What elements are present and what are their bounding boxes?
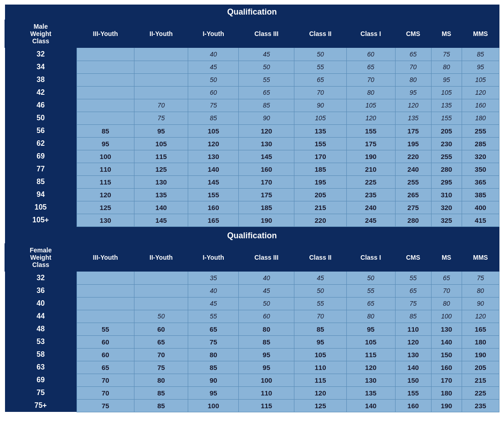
table-row: 105+130145165190220245280325415 xyxy=(5,214,499,226)
data-cell: 55 xyxy=(395,272,431,285)
data-cell: 225 xyxy=(462,386,499,399)
data-cell: 120 xyxy=(395,99,431,112)
data-cell: 85 xyxy=(134,399,188,412)
data-cell: 220 xyxy=(294,214,346,226)
column-header-4: Class II xyxy=(294,244,346,272)
data-cell: 55 xyxy=(77,323,134,335)
column-header-2: I-Youth xyxy=(188,20,239,48)
data-cell: 45 xyxy=(188,61,239,73)
column-header-5: Class I xyxy=(346,20,395,48)
table-row: 38505565708095105 xyxy=(5,73,499,86)
table-row: 77110125140160185210240280350 xyxy=(5,163,499,175)
column-header-7: MS xyxy=(431,20,462,48)
table-row: 6365758595110120140160205 xyxy=(5,361,499,374)
data-cell: 65 xyxy=(395,284,431,297)
data-cell: 110 xyxy=(395,323,431,335)
data-cell: 75 xyxy=(77,399,134,412)
data-cell: 105 xyxy=(134,137,188,150)
weight-value: 105 xyxy=(5,201,77,214)
data-cell: 85 xyxy=(134,386,188,399)
data-cell: 80 xyxy=(431,61,462,73)
data-cell: 95 xyxy=(188,386,239,399)
table-row: 105125140160185215240275320400 xyxy=(5,201,499,214)
data-cell: 105 xyxy=(294,348,346,361)
data-cell: 85 xyxy=(188,112,239,124)
data-cell xyxy=(134,73,188,86)
weight-value: 53 xyxy=(5,335,77,348)
data-cell: 125 xyxy=(294,399,346,412)
data-cell: 265 xyxy=(395,188,431,201)
data-cell: 75 xyxy=(431,48,462,61)
table-row: 3240455060657585 xyxy=(5,48,499,61)
data-cell: 165 xyxy=(462,323,499,335)
data-cell xyxy=(77,297,134,310)
weight-value: 42 xyxy=(5,86,77,99)
weight-value: 77 xyxy=(5,163,77,175)
data-cell: 285 xyxy=(462,137,499,150)
data-cell: 295 xyxy=(431,175,462,188)
column-header-3: Class III xyxy=(239,244,294,272)
data-cell: 190 xyxy=(346,150,395,163)
data-cell: 85 xyxy=(239,335,294,348)
data-cell: 85 xyxy=(294,323,346,335)
data-cell: 320 xyxy=(462,150,499,163)
data-cell: 130 xyxy=(77,214,134,226)
table-row: 426065708095105120 xyxy=(5,86,499,99)
data-cell: 205 xyxy=(431,124,462,137)
data-cell: 40 xyxy=(188,48,239,61)
data-cell: 160 xyxy=(462,99,499,112)
data-cell: 280 xyxy=(431,163,462,175)
data-cell xyxy=(77,112,134,124)
table-row: 85115130145170195225255295365 xyxy=(5,175,499,188)
data-cell xyxy=(134,297,188,310)
section-title: Qualification xyxy=(5,228,499,244)
data-cell: 70 xyxy=(134,99,188,112)
data-cell: 80 xyxy=(462,284,499,297)
weight-value: 94 xyxy=(5,188,77,201)
data-cell: 45 xyxy=(188,297,239,310)
data-cell: 110 xyxy=(77,163,134,175)
column-header-0: III-Youth xyxy=(77,244,134,272)
data-cell: 95 xyxy=(134,124,188,137)
data-cell: 70 xyxy=(134,348,188,361)
table-row: 3445505565708095 xyxy=(5,61,499,73)
data-cell: 225 xyxy=(346,175,395,188)
data-cell: 55 xyxy=(294,61,346,73)
data-cell: 115 xyxy=(346,348,395,361)
data-cell xyxy=(77,99,134,112)
data-cell xyxy=(77,48,134,61)
column-header-8: MMS xyxy=(462,244,499,272)
data-cell: 120 xyxy=(188,137,239,150)
weight-value: 34 xyxy=(5,61,77,73)
table-row: 3640455055657080 xyxy=(5,284,499,297)
table-row: 50758590105120135155180 xyxy=(5,112,499,124)
data-cell: 195 xyxy=(294,175,346,188)
data-cell: 50 xyxy=(346,272,395,285)
data-cell: 60 xyxy=(346,48,395,61)
table-row: 94120135155175205235265310385 xyxy=(5,188,499,201)
data-cell: 40 xyxy=(239,272,294,285)
data-cell: 115 xyxy=(239,399,294,412)
data-cell: 240 xyxy=(395,163,431,175)
data-cell: 140 xyxy=(188,163,239,175)
data-cell: 155 xyxy=(188,188,239,201)
data-cell: 95 xyxy=(239,361,294,374)
data-cell: 60 xyxy=(77,335,134,348)
data-cell: 50 xyxy=(294,48,346,61)
data-cell: 55 xyxy=(346,284,395,297)
data-cell: 135 xyxy=(134,188,188,201)
weight-value: 50 xyxy=(5,112,77,124)
data-cell: 135 xyxy=(395,112,431,124)
data-cell: 230 xyxy=(431,137,462,150)
table-row: 3235404550556575 xyxy=(5,272,499,285)
column-header-5: Class I xyxy=(346,244,395,272)
weight-value: 32 xyxy=(5,48,77,61)
data-cell: 130 xyxy=(188,150,239,163)
data-cell: 65 xyxy=(188,323,239,335)
data-cell: 175 xyxy=(239,188,294,201)
weight-class-header: MaleWeightClass xyxy=(5,20,77,48)
data-cell: 120 xyxy=(346,112,395,124)
data-cell: 70 xyxy=(77,374,134,386)
data-cell: 385 xyxy=(462,188,499,201)
data-cell: 105 xyxy=(188,124,239,137)
